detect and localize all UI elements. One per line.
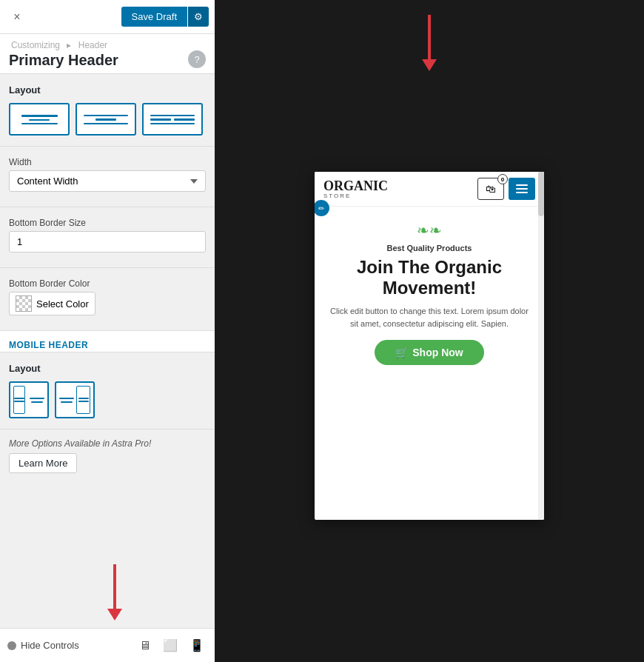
border-color-section: Bottom Border Color Select Color <box>0 268 215 331</box>
desktop-view-button[interactable]: 🖥 <box>136 636 154 655</box>
hero-leaf-icon: ❧❧ <box>329 221 529 239</box>
logo: ORGANIC STORE <box>323 179 388 199</box>
layout-option-2[interactable] <box>76 103 136 136</box>
mobile-layout-label: Layout <box>9 363 206 374</box>
save-settings-button[interactable]: ⚙ <box>188 7 209 27</box>
mobile-layout-bar <box>14 401 24 402</box>
mobile-header-section: MOBILE HEADER <box>0 331 215 352</box>
layout-bar <box>150 123 195 124</box>
hero-body: Click edit button to change this text. L… <box>329 305 529 330</box>
hero-title: Join The Organic Movement! <box>329 257 529 298</box>
layout-bar <box>21 115 58 117</box>
mobile-header-label: MOBILE HEADER <box>9 340 206 350</box>
layout-bar <box>84 115 128 116</box>
mobile-layout-bar <box>78 401 89 402</box>
border-color-form-group: Bottom Border Color Select Color <box>9 278 206 315</box>
mobile-icon: 📱 <box>189 639 204 652</box>
cart-icon-box: 🛍 0 <box>477 178 504 200</box>
tablet-icon: ⬜ <box>163 639 178 652</box>
site-header-preview: ORGANIC STORE 🛍 0 <box>315 172 544 207</box>
layout-bar <box>150 118 171 121</box>
cart-badge: 0 <box>497 174 508 184</box>
layout-option-3[interactable] <box>142 103 203 136</box>
mobile-layout-bar <box>59 398 74 399</box>
learn-more-button[interactable]: Learn More <box>9 453 77 473</box>
mobile-layout-bar <box>14 398 24 399</box>
layout-section-label: Layout <box>9 84 206 96</box>
breadcrumb: Customizing ▸ Header <box>9 40 118 50</box>
close-icon: × <box>13 10 20 24</box>
border-size-form-group: Bottom Border Size <box>9 218 206 253</box>
tablet-view-button[interactable]: ⬜ <box>160 635 181 655</box>
hide-controls-label: Hide Controls <box>21 640 79 651</box>
save-draft-button[interactable]: Save Draft <box>121 7 187 27</box>
border-size-input[interactable] <box>9 231 206 253</box>
layout-bar <box>21 123 58 124</box>
arrow-head <box>107 609 122 621</box>
layout-bar <box>95 118 116 121</box>
layout-bar <box>174 118 195 121</box>
page-title: Primary Header <box>9 52 118 69</box>
layout-bar <box>150 115 195 116</box>
preview-scrollbar[interactable] <box>538 172 544 520</box>
layout-bar <box>29 119 50 121</box>
color-picker-button[interactable]: Select Color <box>9 292 95 315</box>
layout-section: Layout <box>0 74 215 147</box>
arrow-top <box>422 15 437 71</box>
hide-controls-button[interactable]: Hide Controls <box>7 640 79 651</box>
menu-icon-box <box>509 178 535 200</box>
hide-controls-dot <box>7 641 16 650</box>
width-label: Width <box>9 157 206 167</box>
border-size-section: Bottom Border Size <box>0 207 215 268</box>
mobile-layout-section: Layout <box>0 352 215 429</box>
view-icons-group: 🖥 ⬜ 📱 <box>136 635 207 655</box>
mobile-layout-row <box>9 381 206 418</box>
desktop-icon: 🖥 <box>139 639 151 652</box>
shop-btn-label: Shop Now <box>412 347 463 358</box>
arrow-bottom <box>107 564 122 621</box>
border-size-label: Bottom Border Size <box>9 218 206 228</box>
help-icon-button[interactable]: ? <box>188 50 206 68</box>
width-section: Width Content Width Full Width <box>0 147 215 207</box>
mobile-view-button[interactable]: 📱 <box>187 635 207 655</box>
mobile-layout-col <box>13 386 25 414</box>
breadcrumb-bar: Customizing ▸ Header Primary Header ? <box>0 34 215 74</box>
header-icons: 🛍 0 <box>477 178 535 200</box>
top-bar: × Save Draft ⚙ <box>0 0 215 34</box>
mobile-layout-bar <box>78 398 89 399</box>
close-button[interactable]: × <box>6 6 28 28</box>
width-form-group: Width Content Width Full Width <box>9 157 206 192</box>
more-options-section: More Options Available in Astra Pro! Lea… <box>0 429 215 478</box>
logo-sub: STORE <box>323 193 388 199</box>
mobile-layout-bar <box>31 401 43 403</box>
shop-now-button[interactable]: 🛒 Shop Now <box>375 340 483 365</box>
mobile-layout-option-2[interactable] <box>55 381 95 418</box>
scrollbar-thumb <box>538 172 544 216</box>
pencil-icon: ✏ <box>318 204 324 213</box>
bottom-bar: Hide Controls 🖥 ⬜ 📱 <box>0 628 215 662</box>
right-panel: ✏ ORGANIC STORE 🛍 0 <box>215 0 644 662</box>
mobile-layout-option-1[interactable] <box>9 381 49 418</box>
hero-subtitle: Best Quality Products <box>329 244 529 253</box>
menu-line <box>516 192 528 193</box>
arrow-shaft <box>113 564 116 609</box>
color-checker-icon <box>16 295 32 312</box>
gear-icon: ⚙ <box>194 11 203 22</box>
menu-line <box>516 188 528 190</box>
cart-btn-icon: 🛒 <box>395 347 408 358</box>
logo-text: ORGANIC <box>323 179 388 193</box>
layout-bar <box>84 123 128 124</box>
mobile-layout-bar <box>61 401 73 403</box>
hero-section: ❧❧ Best Quality Products Join The Organi… <box>315 207 544 372</box>
arrow-shaft-top <box>428 15 431 59</box>
arrow-head-top <box>422 59 437 71</box>
select-color-label: Select Color <box>36 298 89 310</box>
border-color-label: Bottom Border Color <box>9 278 206 289</box>
width-select[interactable]: Content Width Full Width <box>9 170 206 192</box>
preview-frame: ✏ ORGANIC STORE 🛍 0 <box>315 172 544 520</box>
layout-option-1[interactable] <box>9 103 70 136</box>
mobile-layout-col <box>76 386 90 414</box>
layout-options-row <box>9 103 206 136</box>
menu-lines <box>516 184 528 193</box>
cart-icon: 🛍 <box>486 183 496 195</box>
